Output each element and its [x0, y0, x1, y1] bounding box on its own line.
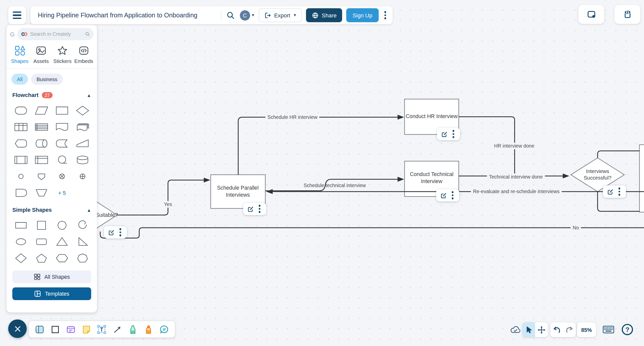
shape-off-page-connector[interactable]: [31, 168, 52, 185]
shape-heptagon[interactable]: [72, 250, 93, 266]
node-more-icon[interactable]: [450, 191, 455, 199]
marker-green-tool-icon[interactable]: [128, 324, 138, 334]
shape-tagged-process[interactable]: [11, 135, 31, 152]
close-panel-button[interactable]: [8, 320, 27, 338]
help-button[interactable]: ?: [621, 323, 634, 336]
chevron-up-icon[interactable]: ▲: [87, 93, 91, 98]
signup-button[interactable]: Sign Up: [346, 8, 378, 22]
account-menu[interactable]: C ▼: [240, 10, 255, 20]
flowchart-shape-grid: + 5: [7, 100, 97, 201]
shape-predefined-process[interactable]: [11, 152, 31, 168]
edit-icon[interactable]: [607, 188, 614, 195]
shape-summing-junction[interactable]: [52, 168, 72, 185]
keyboard-shortcuts[interactable]: [602, 325, 614, 334]
edge-yes[interactable]: [117, 180, 209, 215]
marker-orange-tool-icon[interactable]: [143, 324, 153, 334]
templates-button[interactable]: Templates: [12, 287, 91, 300]
filter-chip-all[interactable]: All: [12, 74, 28, 85]
tab-shapes[interactable]: Shapes: [9, 45, 30, 64]
share-button[interactable]: Share: [306, 8, 342, 22]
shape-multi-document[interactable]: [72, 119, 93, 135]
node-more-icon[interactable]: [257, 205, 262, 213]
edit-icon[interactable]: [247, 205, 254, 213]
sticky-note-tool-icon[interactable]: [81, 324, 92, 334]
shape-decision[interactable]: [72, 102, 93, 119]
shape-manual-operation[interactable]: [72, 135, 93, 152]
edit-icon[interactable]: [440, 192, 447, 199]
frame-tool-icon[interactable]: [35, 324, 45, 334]
shape-ellipse[interactable]: [11, 233, 31, 250]
shape-manual-input[interactable]: [31, 185, 52, 201]
node-more-icon[interactable]: [118, 228, 123, 236]
shape-hexagon[interactable]: [52, 250, 72, 266]
kebab-menu-icon[interactable]: [383, 11, 388, 19]
shape-internal-storage[interactable]: [31, 152, 52, 168]
tab-assets[interactable]: Assets: [30, 45, 52, 64]
shape-circle[interactable]: [52, 217, 72, 233]
edge-no[interactable]: [100, 228, 644, 238]
all-shapes-button[interactable]: All Shapes: [12, 270, 91, 283]
node-more-icon[interactable]: [451, 130, 456, 138]
shape-rectangle[interactable]: [52, 102, 72, 119]
flowchart-section-header[interactable]: Flowchart 27 ▲: [7, 86, 97, 100]
shape-diamond[interactable]: [11, 250, 31, 266]
edit-icon[interactable]: [441, 130, 448, 137]
shape-display[interactable]: [52, 135, 72, 152]
shape-parallelogram[interactable]: [31, 102, 52, 119]
embeds-tab-icon: [78, 45, 89, 56]
shape-spiral[interactable]: [72, 217, 93, 233]
shape-rounded-rectangle[interactable]: [31, 233, 52, 250]
shape-rectangle[interactable]: [11, 217, 31, 233]
shape-pentagon[interactable]: [31, 250, 52, 266]
shape-square[interactable]: [31, 217, 52, 233]
export-button[interactable]: Export ▼: [259, 8, 302, 22]
panel-search[interactable]: [17, 28, 94, 40]
shape-horizontal-cylinder[interactable]: [31, 135, 52, 152]
presentation-frame-button[interactable]: [578, 5, 604, 24]
shape-database[interactable]: [72, 152, 93, 168]
edge-label-schedule-hr: Schedule HR interview: [265, 114, 319, 120]
zoom-level[interactable]: 85%: [577, 322, 596, 337]
chevron-up-icon[interactable]: ▲: [87, 207, 91, 213]
avatar[interactable]: C: [240, 10, 250, 20]
redo-icon[interactable]: [563, 322, 576, 337]
history-pill: [550, 322, 576, 337]
connector-tool-icon[interactable]: [112, 324, 123, 334]
shape-or-junction[interactable]: [72, 168, 93, 185]
shape-connector-circle[interactable]: [11, 168, 31, 185]
edit-icon[interactable]: [108, 229, 115, 236]
simple-shapes-section-header[interactable]: Simple Shapes ▲: [7, 201, 97, 215]
shape-document[interactable]: [52, 119, 72, 135]
edge-schedule-hr[interactable]: [238, 117, 403, 175]
shape-table[interactable]: [11, 119, 31, 135]
tab-stickers[interactable]: Stickers: [52, 45, 73, 64]
edge-diamond-top-link[interactable]: [598, 151, 640, 158]
search-icon[interactable]: [225, 10, 236, 20]
filter-chip-business[interactable]: Business: [31, 74, 63, 85]
menu-button[interactable]: [8, 6, 26, 24]
node-more-icon[interactable]: [617, 188, 622, 196]
cursor-icon[interactable]: [522, 322, 535, 337]
text-tool-icon[interactable]: [97, 324, 107, 334]
comment-tool-icon[interactable]: [159, 324, 169, 334]
tab-embeds[interactable]: Embeds: [73, 45, 95, 64]
undo-icon[interactable]: [550, 322, 563, 337]
search-input[interactable]: [30, 31, 83, 37]
search-icon[interactable]: [85, 31, 90, 37]
cloud-sync-icon: [510, 325, 521, 335]
shape-loop[interactable]: [52, 152, 72, 168]
shape-list-rows[interactable]: [31, 119, 52, 135]
shape-terminator[interactable]: [11, 102, 31, 119]
node-actions-popup: [104, 226, 127, 238]
shape-triangle[interactable]: [52, 233, 72, 250]
embed-code-button[interactable]: [614, 5, 640, 24]
card-tool-icon[interactable]: [66, 324, 76, 334]
shape-delay[interactable]: [11, 185, 31, 201]
shapes-more-link[interactable]: + 5: [52, 185, 72, 201]
document-title[interactable]: Hiring Pipeline Flowchart from Applicati…: [38, 12, 197, 19]
rectangle-tool-icon[interactable]: [50, 324, 60, 334]
pan-icon[interactable]: [535, 322, 548, 337]
more-link-label: + 5: [58, 190, 66, 196]
shape-right-triangle[interactable]: [72, 233, 93, 250]
node-clipped-right[interactable]: [639, 145, 644, 212]
